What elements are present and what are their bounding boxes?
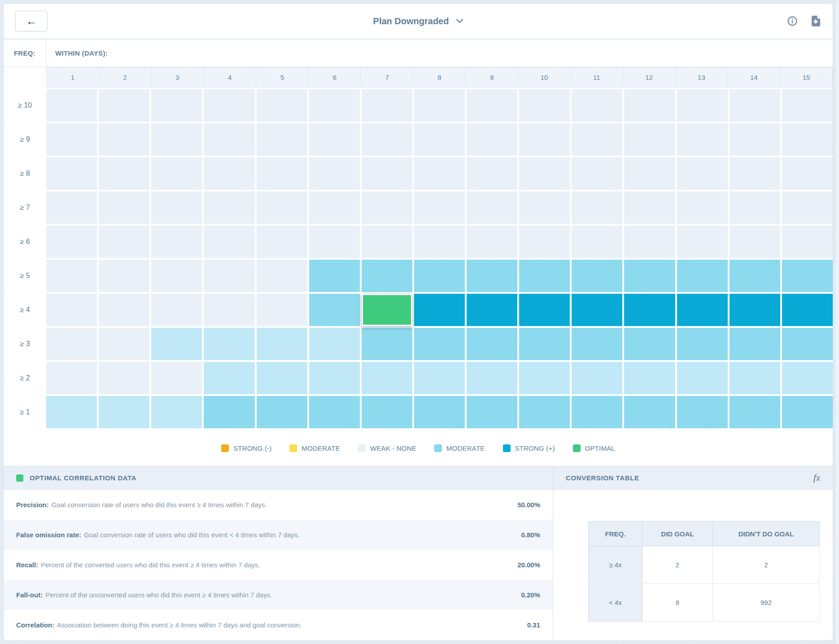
heatmap-cell-weak[interactable] <box>782 191 833 224</box>
heatmap-cell-light[interactable] <box>151 328 202 360</box>
heatmap-cell-light[interactable] <box>151 396 202 428</box>
heatmap-cell-weak[interactable] <box>362 191 412 224</box>
heatmap-cell-weak[interactable] <box>572 191 622 224</box>
heatmap-cell-weak[interactable] <box>151 89 202 122</box>
heatmap-cell-weak[interactable] <box>204 89 254 122</box>
heatmap-cell-weak[interactable] <box>99 226 149 258</box>
heatmap-cell-weak[interactable] <box>519 191 570 224</box>
heatmap-cell-weak[interactable] <box>46 157 97 190</box>
info-icon[interactable] <box>787 16 798 26</box>
heatmap-cell-light[interactable] <box>309 362 360 394</box>
heatmap-cell-weak[interactable] <box>362 89 412 122</box>
heatmap-cell-light[interactable] <box>519 362 570 394</box>
heatmap-cell-weak[interactable] <box>46 328 97 360</box>
heatmap-cell-weak[interactable] <box>730 123 780 156</box>
heatmap-cell-moderate[interactable] <box>414 260 465 292</box>
heatmap-cell-weak[interactable] <box>624 157 675 190</box>
heatmap-cell-weak[interactable] <box>467 89 517 122</box>
heatmap-cell-weak[interactable] <box>257 260 307 292</box>
heatmap-cell-weak[interactable] <box>572 123 622 156</box>
heatmap-cell-strong[interactable] <box>519 294 570 326</box>
heatmap-cell-weak[interactable] <box>414 123 465 156</box>
heatmap-cell-weak[interactable] <box>624 191 675 224</box>
heatmap-cell-weak[interactable] <box>677 191 728 224</box>
back-button[interactable]: ← <box>15 11 48 31</box>
heatmap-cell-weak[interactable] <box>151 260 202 292</box>
heatmap-cell-weak[interactable] <box>46 226 97 258</box>
heatmap-cell-moderate[interactable] <box>572 396 622 428</box>
heatmap-cell-strong[interactable] <box>414 294 465 326</box>
heatmap-cell-moderate[interactable] <box>362 396 412 428</box>
heatmap-cell-optimal[interactable] <box>362 294 412 326</box>
heatmap-cell-moderate[interactable] <box>309 294 360 326</box>
heatmap-cell-moderate[interactable] <box>309 396 360 428</box>
heatmap-cell-weak[interactable] <box>151 226 202 258</box>
heatmap-cell-light[interactable] <box>730 362 780 394</box>
heatmap-cell-weak[interactable] <box>46 260 97 292</box>
heatmap-cell-moderate[interactable] <box>362 328 412 360</box>
heatmap-cell-light[interactable] <box>309 328 360 360</box>
heatmap-cell-weak[interactable] <box>414 191 465 224</box>
heatmap-cell-light[interactable] <box>624 362 675 394</box>
heatmap-cell-light[interactable] <box>572 362 622 394</box>
heatmap-cell-weak[interactable] <box>46 362 97 394</box>
heatmap-cell-moderate[interactable] <box>624 328 675 360</box>
heatmap-cell-light[interactable] <box>257 362 307 394</box>
heatmap-cell-weak[interactable] <box>204 191 254 224</box>
heatmap-cell-light[interactable] <box>467 362 517 394</box>
heatmap-cell-light[interactable] <box>46 396 97 428</box>
download-export-icon[interactable] <box>810 15 821 27</box>
heatmap-cell-weak[interactable] <box>46 89 97 122</box>
heatmap-cell-moderate[interactable] <box>519 260 570 292</box>
heatmap-cell-moderate[interactable] <box>572 328 622 360</box>
heatmap-cell-moderate[interactable] <box>677 328 728 360</box>
heatmap-cell-weak[interactable] <box>730 226 780 258</box>
heatmap-cell-weak[interactable] <box>309 123 360 156</box>
heatmap-cell-weak[interactable] <box>782 123 833 156</box>
heatmap-cell-moderate[interactable] <box>467 328 517 360</box>
event-title-dropdown[interactable]: Plan Downgraded <box>373 16 463 26</box>
heatmap-cell-weak[interactable] <box>677 123 728 156</box>
heatmap-cell-moderate[interactable] <box>782 328 833 360</box>
heatmap-cell-weak[interactable] <box>782 226 833 258</box>
heatmap-cell-moderate[interactable] <box>204 396 254 428</box>
heatmap-cell-light[interactable] <box>204 328 254 360</box>
heatmap-cell-weak[interactable] <box>730 191 780 224</box>
formula-fx-icon[interactable]: fx <box>813 472 820 483</box>
heatmap-cell-strong[interactable] <box>572 294 622 326</box>
heatmap-cell-moderate[interactable] <box>467 260 517 292</box>
heatmap-cell-light[interactable] <box>257 328 307 360</box>
heatmap-cell-weak[interactable] <box>467 123 517 156</box>
heatmap-cell-weak[interactable] <box>467 226 517 258</box>
heatmap-cell-weak[interactable] <box>624 226 675 258</box>
heatmap-cell-moderate[interactable] <box>309 260 360 292</box>
heatmap-cell-weak[interactable] <box>257 226 307 258</box>
heatmap-cell-weak[interactable] <box>46 294 97 326</box>
heatmap-cell-weak[interactable] <box>204 123 254 156</box>
heatmap-cell-weak[interactable] <box>151 157 202 190</box>
heatmap-cell-weak[interactable] <box>414 157 465 190</box>
heatmap-cell-light[interactable] <box>204 362 254 394</box>
heatmap-cell-moderate[interactable] <box>519 396 570 428</box>
heatmap-cell-moderate[interactable] <box>677 396 728 428</box>
heatmap-cell-weak[interactable] <box>782 89 833 122</box>
heatmap-cell-weak[interactable] <box>624 89 675 122</box>
heatmap-cell-weak[interactable] <box>362 157 412 190</box>
heatmap-cell-weak[interactable] <box>309 157 360 190</box>
heatmap-cell-moderate[interactable] <box>624 260 675 292</box>
heatmap-cell-weak[interactable] <box>99 260 149 292</box>
heatmap-cell-moderate[interactable] <box>782 396 833 428</box>
heatmap-cell-weak[interactable] <box>99 191 149 224</box>
heatmap-cell-weak[interactable] <box>572 157 622 190</box>
heatmap-cell-moderate[interactable] <box>677 260 728 292</box>
heatmap-cell-strong[interactable] <box>677 294 728 326</box>
heatmap-cell-weak[interactable] <box>572 226 622 258</box>
heatmap-cell-strong[interactable] <box>467 294 517 326</box>
heatmap-cell-weak[interactable] <box>151 191 202 224</box>
heatmap-cell-weak[interactable] <box>257 123 307 156</box>
heatmap-cell-moderate[interactable] <box>730 396 780 428</box>
heatmap-cell-moderate[interactable] <box>519 328 570 360</box>
heatmap-cell-weak[interactable] <box>46 123 97 156</box>
heatmap-cell-weak[interactable] <box>730 89 780 122</box>
heatmap-cell-weak[interactable] <box>519 89 570 122</box>
